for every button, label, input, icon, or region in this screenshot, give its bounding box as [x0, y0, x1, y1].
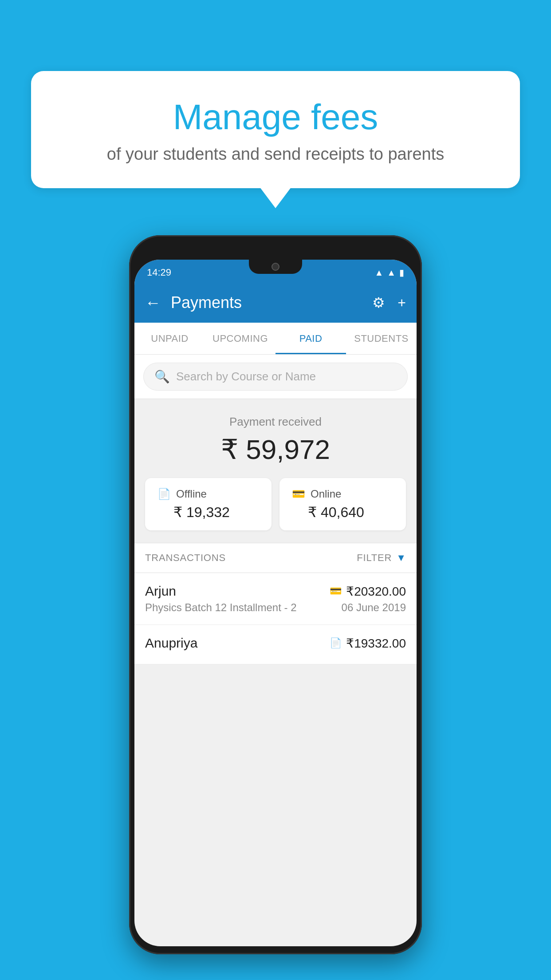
- filter-label: FILTER: [357, 552, 392, 564]
- status-time: 14:29: [147, 267, 171, 278]
- transactions-header: TRANSACTIONS FILTER ▼: [134, 543, 417, 573]
- tab-upcoming[interactable]: UPCOMING: [205, 323, 276, 354]
- offline-card: 📄 Offline ₹ 19,332: [145, 478, 272, 530]
- transaction-item-anupriya[interactable]: Anupriya 📄 ₹19332.00: [134, 625, 417, 664]
- online-amount: ₹ 40,640: [292, 504, 364, 521]
- transaction-detail: Physics Batch 12 Installment - 2: [145, 601, 296, 614]
- transactions-label: TRANSACTIONS: [145, 552, 226, 564]
- tab-unpaid[interactable]: UNPAID: [134, 323, 205, 354]
- transaction-amount-container: 📄 ₹19332.00: [330, 636, 406, 651]
- bubble-title: Manage fees: [53, 98, 498, 137]
- phone-frame: 14:29 ▲ ▲ ▮ ← Payments ⚙ + UNPAID UPCOMI…: [129, 235, 422, 954]
- online-label: Online: [311, 488, 341, 500]
- search-icon: 🔍: [154, 369, 170, 384]
- payment-method-icon: 💳: [330, 585, 342, 597]
- phone-notch: [249, 260, 302, 274]
- settings-icon[interactable]: ⚙: [372, 294, 385, 311]
- payment-total-amount: ₹ 59,972: [145, 433, 406, 466]
- back-button[interactable]: ←: [145, 293, 161, 312]
- payment-method-icon: 📄: [330, 637, 342, 649]
- transaction-amount: ₹19332.00: [346, 636, 406, 651]
- offline-amount: ₹ 19,332: [157, 504, 230, 521]
- transaction-name: Anupriya: [145, 636, 197, 651]
- app-header: ← Payments ⚙ +: [134, 283, 417, 323]
- offline-icon: 📄: [157, 488, 171, 500]
- battery-icon: ▮: [399, 267, 404, 278]
- tab-paid[interactable]: PAID: [276, 323, 346, 354]
- signal-icon: ▲: [387, 268, 396, 278]
- payment-summary: Payment received ₹ 59,972 📄 Offline ₹ 19…: [134, 399, 417, 543]
- search-container: 🔍 Search by Course or Name: [134, 355, 417, 399]
- status-icons: ▲ ▲ ▮: [374, 267, 404, 278]
- transaction-name: Arjun: [145, 584, 176, 599]
- phone-screen: 14:29 ▲ ▲ ▮ ← Payments ⚙ + UNPAID UPCOMI…: [134, 260, 417, 946]
- tab-students[interactable]: STUDENTS: [346, 323, 417, 354]
- transaction-amount: ₹20320.00: [346, 584, 406, 599]
- offline-label: Offline: [176, 488, 207, 500]
- bubble-subtitle: of your students and send receipts to pa…: [53, 145, 498, 164]
- add-button[interactable]: +: [398, 295, 406, 311]
- filter-icon: ▼: [396, 552, 406, 564]
- transaction-amount-container: 💳 ₹20320.00: [330, 584, 406, 599]
- filter-button[interactable]: FILTER ▼: [357, 552, 406, 564]
- wifi-icon: ▲: [374, 268, 383, 278]
- transaction-item-arjun[interactable]: Arjun 💳 ₹20320.00 Physics Batch 12 Insta…: [134, 573, 417, 625]
- tabs: UNPAID UPCOMING PAID STUDENTS: [134, 323, 417, 355]
- online-icon: 💳: [292, 488, 305, 500]
- front-camera: [272, 263, 279, 271]
- speech-bubble: Manage fees of your students and send re…: [31, 71, 520, 188]
- header-title: Payments: [171, 293, 360, 312]
- speech-bubble-container: Manage fees of your students and send re…: [31, 71, 520, 188]
- payment-cards: 📄 Offline ₹ 19,332 💳 Online ₹ 40,640: [145, 478, 406, 530]
- search-bar[interactable]: 🔍 Search by Course or Name: [143, 363, 408, 391]
- payment-received-label: Payment received: [145, 415, 406, 429]
- search-input[interactable]: Search by Course or Name: [176, 370, 316, 383]
- online-card: 💳 Online ₹ 40,640: [279, 478, 406, 530]
- transaction-date: 06 June 2019: [342, 601, 406, 614]
